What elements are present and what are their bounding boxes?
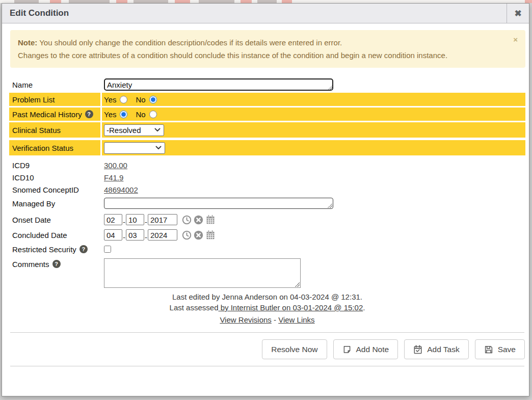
yes-label: Yes [104, 110, 116, 119]
form-row-managed-by: Managed By [9, 198, 525, 209]
concluded-month-input[interactable] [104, 229, 122, 241]
no-label: No [136, 110, 145, 119]
problem-list-yes-radio[interactable] [120, 96, 127, 103]
icd9-code-link[interactable]: 300.00 [104, 161, 127, 170]
note-line-2: Changes to the core attributes of a cond… [18, 49, 505, 62]
clock-icon[interactable] [182, 215, 192, 225]
name-label: Name [12, 81, 33, 89]
last-assessed-link[interactable]: by Internist Butler on 03-01-2024 @ 15:0… [218, 303, 363, 312]
form-row-clinical-status: Clinical Status -Resolved [9, 122, 525, 138]
edit-condition-modal: Edit Condition ✖ Note: You should only c… [2, 3, 529, 396]
restricted-security-checkbox[interactable] [104, 246, 111, 253]
comments-label: Comments [12, 260, 49, 269]
onset-date-label: Onset Date [12, 216, 51, 224]
resolve-now-button[interactable]: Resolve Now [262, 339, 327, 359]
onset-day-input[interactable] [126, 214, 144, 225]
form-row-problem-list: Problem List Yes No [9, 93, 525, 106]
note-banner: Note: You should only change the conditi… [10, 30, 525, 68]
concluded-year-input[interactable] [148, 229, 177, 241]
view-revisions-link[interactable]: View Revisions [220, 315, 271, 324]
verification-status-label: Verification Status [12, 144, 73, 152]
form-row-icd10: ICD10 F41.9 [9, 171, 525, 183]
save-button[interactable]: Save [475, 339, 525, 359]
snomed-code-link[interactable]: 48694002 [104, 185, 138, 194]
last-edited-text: Last edited by Jenna Anderson on 04-03-2… [9, 291, 525, 302]
modal-title: Edit Condition [2, 4, 507, 23]
last-assessed-text: Last assessed by Internist Butler on 03-… [9, 302, 525, 313]
audit-info: Last edited by Jenna Anderson on 04-03-2… [9, 291, 525, 325]
clock-icon[interactable] [182, 230, 192, 240]
help-icon[interactable]: ? [85, 110, 93, 118]
form-row-restricted-security: Restricted Security ? [9, 244, 525, 255]
yes-label: Yes [104, 95, 116, 104]
past-medical-history-no-radio[interactable] [149, 111, 157, 118]
verification-status-select[interactable] [104, 142, 165, 154]
clear-date-icon[interactable] [194, 215, 203, 225]
form-row-concluded-date: Concluded Date -- [9, 228, 525, 242]
calendar-icon[interactable] [205, 230, 216, 240]
action-buttons: Resolve Now Add Note Add Task Save [9, 339, 525, 359]
no-label: No [136, 95, 145, 104]
help-icon[interactable]: ? [79, 245, 88, 253]
past-medical-history-label: Past Medical History [12, 110, 82, 119]
problem-list-radio-group: Yes No [104, 95, 165, 104]
help-icon[interactable]: ? [52, 260, 61, 268]
modal-header: Edit Condition ✖ [2, 4, 529, 23]
problem-list-label: Problem List [12, 95, 55, 104]
icd10-code-link[interactable]: F41.9 [104, 173, 123, 182]
form-row-snomed: Snomed ConceptID 48694002 [9, 183, 525, 196]
clinical-status-label: Clinical Status [12, 126, 61, 135]
note-line-1: Note: You should only change the conditi… [18, 36, 505, 49]
past-medical-history-radio-group: Yes No [104, 110, 165, 119]
save-icon [484, 345, 493, 354]
comments-textarea[interactable] [104, 258, 301, 288]
view-links-link[interactable]: View Links [278, 315, 314, 324]
snomed-label: Snomed ConceptID [12, 185, 79, 194]
clinical-status-select[interactable]: -Resolved [104, 124, 164, 136]
onset-month-input[interactable] [104, 214, 122, 225]
add-note-button[interactable]: Add Note [333, 339, 398, 359]
name-input[interactable] [104, 78, 333, 91]
managed-by-label: Managed By [12, 199, 55, 208]
divider [10, 366, 524, 366]
onset-year-input[interactable] [148, 214, 177, 225]
form-row-onset-date: Onset Date -- [9, 213, 525, 226]
problem-list-no-radio[interactable] [149, 96, 157, 103]
form-row-icd9: ICD9 300.00 [9, 159, 525, 171]
divider [10, 332, 524, 333]
modal-body: Note: You should only change the conditi… [2, 23, 529, 396]
concluded-date-label: Concluded Date [12, 231, 67, 239]
calendar-check-icon [413, 345, 422, 354]
note-close-icon[interactable]: × [513, 36, 518, 43]
form-row-comments: Comments ? [9, 258, 525, 288]
form-row-past-medical-history: Past Medical History ? Yes No [9, 108, 525, 121]
form-row-name: Name [9, 78, 525, 91]
form-row-verification-status: Verification Status [9, 140, 525, 155]
close-icon: ✖ [514, 8, 521, 19]
clear-date-icon[interactable] [194, 230, 203, 240]
modal-close-button[interactable]: ✖ [507, 4, 529, 23]
icd10-label: ICD10 [12, 173, 34, 182]
revision-links: View Revisions - View Links [9, 314, 525, 325]
past-medical-history-yes-radio[interactable] [120, 111, 127, 118]
note-label: Note: [18, 38, 37, 47]
add-task-button[interactable]: Add Task [404, 339, 468, 359]
note-icon [342, 345, 352, 354]
calendar-icon[interactable] [205, 215, 216, 225]
icd9-label: ICD9 [12, 161, 30, 170]
restricted-security-label: Restricted Security [12, 245, 76, 254]
concluded-day-input[interactable] [126, 229, 144, 241]
managed-by-input[interactable] [104, 198, 333, 209]
